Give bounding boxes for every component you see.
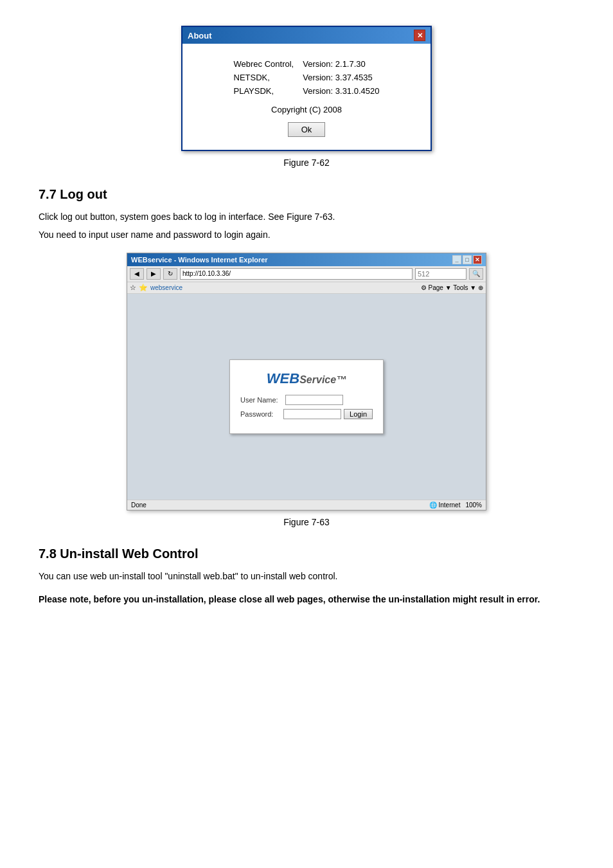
ie-search-button[interactable]: 🔍 <box>469 268 483 280</box>
ie-window: WEBservice - Windows Internet Explorer _… <box>127 253 486 511</box>
about-ok-button[interactable]: Ok <box>288 122 326 137</box>
dialog-section: About ✕ Webrec Control, Version: 2.1.7.3… <box>39 26 574 168</box>
ie-favorites-label: webservice <box>150 284 182 291</box>
ie-forward-button[interactable]: ▶ <box>147 268 161 280</box>
login-brand-web: WEB <box>267 370 299 386</box>
ie-statusbar: Done 🌐 Internet 100% <box>127 500 486 510</box>
figure-63-caption: Figure 7-63 <box>283 517 330 527</box>
username-label: User Name: <box>240 396 285 404</box>
about-dialog: About ✕ Webrec Control, Version: 2.1.7.3… <box>181 26 432 151</box>
ie-search-input[interactable] <box>415 268 466 280</box>
ie-content: WEBService™ User Name: Password: Login <box>127 294 486 500</box>
section-77-text2: You need to input user name and password… <box>39 228 574 242</box>
about-close-button[interactable]: ✕ <box>414 30 425 41</box>
about-copyright: Copyright (C) 2008 <box>202 105 411 114</box>
section-77-text1: Click log out button, system goes back t… <box>39 210 574 224</box>
ie-zoom-label: 100% <box>465 502 482 509</box>
section-78: 7.8 Un-install Web Control You can use w… <box>39 547 574 607</box>
table-row: Webrec Control, Version: 2.1.7.30 <box>230 58 384 70</box>
password-label: Password: <box>240 410 283 418</box>
ie-second-toolbar: ☆ ⭐ webservice ⚙ Page ▼ Tools ▼ ⊕ <box>127 282 486 294</box>
netsdk-version: Version: 3.37.4535 <box>299 71 383 84</box>
section-78-heading: 7.8 Un-install Web Control <box>39 547 574 561</box>
login-button[interactable]: Login <box>344 409 373 419</box>
ie-refresh-button[interactable]: ↻ <box>163 268 177 280</box>
ie-minimize-button[interactable]: _ <box>452 255 461 264</box>
ie-tools-icon: ⚙ Page ▼ Tools ▼ ⊕ <box>421 284 483 291</box>
login-brand: WEBService™ <box>240 370 373 387</box>
table-row: NETSDK, Version: 3.37.4535 <box>230 71 384 84</box>
ie-address-bar: http://10.10.3.36/ <box>180 268 413 280</box>
netsdk-label: NETSDK, <box>230 71 298 84</box>
ie-right-tools: ⚙ Page ▼ Tools ▼ ⊕ <box>421 284 483 291</box>
section-78-bold-text: Please note, before you un-installation,… <box>39 592 574 606</box>
browser-section: WEBservice - Windows Internet Explorer _… <box>39 253 574 527</box>
ie-titlebar: WEBservice - Windows Internet Explorer _… <box>127 253 486 266</box>
ie-maximize-button[interactable]: □ <box>463 255 472 264</box>
login-box: WEBService™ User Name: Password: Login <box>229 359 384 434</box>
password-input[interactable] <box>283 409 341 419</box>
webrec-version: Version: 2.1.7.30 <box>299 58 383 70</box>
page-content: About ✕ Webrec Control, Version: 2.1.7.3… <box>0 0 613 633</box>
about-body: Webrec Control, Version: 2.1.7.30 NETSDK… <box>182 44 431 150</box>
about-titlebar: About ✕ <box>182 27 431 44</box>
ie-close-button[interactable]: ✕ <box>473 255 482 264</box>
figure-62-caption: Figure 7-62 <box>283 158 330 168</box>
webrec-label: Webrec Control, <box>230 58 298 70</box>
ie-internet-label: 🌐 Internet <box>429 502 461 509</box>
playsdk-label: PLAYSDK, <box>230 85 298 97</box>
section-77: 7.7 Log out Click log out button, system… <box>39 187 574 242</box>
section-78-text: You can use web un-install tool "uninsta… <box>39 569 574 583</box>
table-row: PLAYSDK, Version: 3.31.0.4520 <box>230 85 384 97</box>
about-title: About <box>188 31 212 41</box>
username-input[interactable] <box>285 395 343 405</box>
ie-title-buttons: _ □ ✕ <box>452 255 482 264</box>
ie-toolbar: ◀ ▶ ↻ http://10.10.3.36/ 🔍 <box>127 266 486 282</box>
about-info-table: Webrec Control, Version: 2.1.7.30 NETSDK… <box>229 57 385 98</box>
login-brand-service: Service™ <box>299 374 346 385</box>
login-password-field: Password: Login <box>240 409 373 419</box>
ie-title: WEBservice - Windows Internet Explorer <box>131 256 268 264</box>
login-username-field: User Name: <box>240 395 373 405</box>
ie-url[interactable]: http://10.10.3.36/ <box>182 270 231 277</box>
section-77-heading: 7.7 Log out <box>39 187 574 202</box>
ie-done-label: Done <box>131 502 147 509</box>
ie-back-button[interactable]: ◀ <box>130 268 144 280</box>
playsdk-version: Version: 3.31.0.4520 <box>299 85 383 97</box>
